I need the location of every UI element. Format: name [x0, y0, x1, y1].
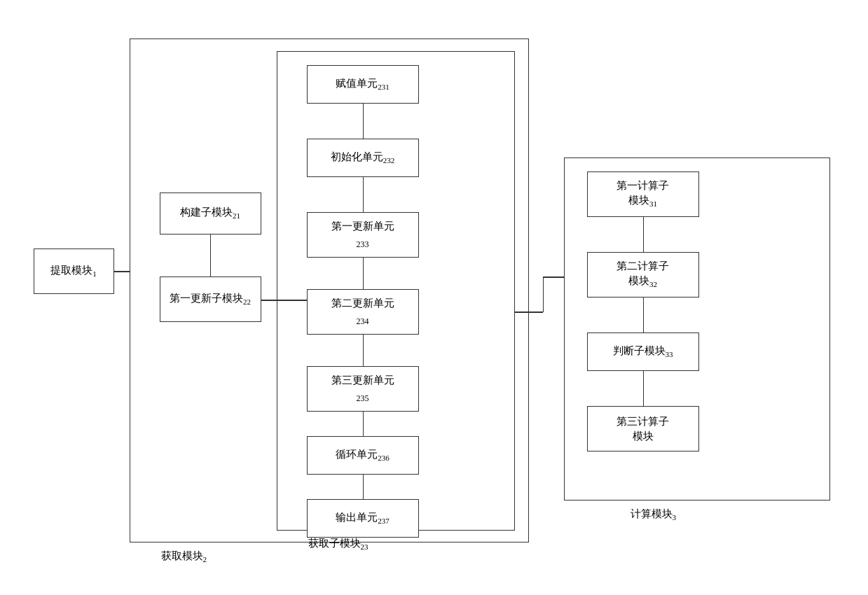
line-build-to-firstupdate-v — [210, 234, 212, 276]
loop-unit-label: 循环单元236 — [336, 447, 390, 463]
line-thirdupdate-to-loop — [363, 412, 364, 436]
line-extract-to-acquire — [114, 271, 130, 272]
assign-unit-label: 赋值单元231 — [336, 76, 390, 92]
output-unit-label: 输出单元237 — [336, 510, 390, 526]
loop-unit-box: 循环单元236 — [307, 436, 419, 475]
first-update-submodule-box: 第一更新子模块22 — [160, 276, 261, 322]
acquire-module-caption: 获取模块2 — [161, 550, 207, 564]
line-acqsub-to-calc-h2 — [543, 276, 564, 278]
third-calc-submodule-box: 第三计算子模块 — [587, 406, 699, 451]
extract-module-box: 提取模块1 — [34, 248, 114, 294]
assign-unit-box: 赋值单元231 — [307, 65, 419, 104]
line-firstupdate-to-secondupdate — [363, 258, 364, 289]
build-submodule-box: 构建子模块21 — [160, 192, 261, 234]
first-update-unit-label: 第一更新单元233 — [331, 219, 394, 251]
init-unit-label: 初始化单元232 — [331, 150, 395, 166]
diagram-inner: 提取模块1 获取模块2 构建子模块21 第一更新子模块22 获取子模块23 赋值… — [21, 18, 848, 578]
judge-submodule-label: 判断子模块33 — [613, 344, 673, 360]
line-firstupdate-to-acqsub — [261, 300, 307, 301]
extract-module-label: 提取模块1 — [50, 263, 97, 279]
build-submodule-label: 构建子模块21 — [180, 205, 240, 221]
line-acqsub-to-calc-h1 — [515, 312, 543, 313]
line-acqsub-to-calc-v — [543, 276, 544, 312]
init-unit-box: 初始化单元232 — [307, 139, 419, 177]
first-update-submodule-label: 第一更新子模块22 — [170, 291, 251, 307]
acquire-submodule-caption: 获取子模块23 — [308, 537, 368, 551]
third-update-unit-label: 第三更新单元235 — [331, 373, 394, 405]
line-judge-to-thirdcalc — [643, 371, 645, 406]
calc-module-caption: 计算模块3 — [631, 507, 677, 522]
line-firstcalc-to-secondcalc — [643, 217, 645, 252]
third-update-unit-box: 第三更新单元235 — [307, 366, 419, 412]
third-calc-submodule-label: 第三计算子模块 — [616, 414, 669, 444]
second-calc-submodule-label: 第二计算子模块32 — [616, 259, 669, 290]
line-assign-to-init — [363, 104, 364, 139]
line-secondupdate-to-thirdupdate — [363, 335, 364, 366]
second-update-unit-label: 第二更新单元234 — [331, 296, 394, 328]
diagram-container: 提取模块1 获取模块2 构建子模块21 第一更新子模块22 获取子模块23 赋值… — [0, 0, 868, 595]
second-update-unit-box: 第二更新单元234 — [307, 289, 419, 335]
line-secondcalc-to-judge — [643, 298, 645, 332]
judge-submodule-box: 判断子模块33 — [587, 332, 699, 371]
first-update-unit-box: 第一更新单元233 — [307, 212, 419, 258]
line-loop-to-output — [363, 475, 364, 499]
second-calc-submodule-box: 第二计算子模块32 — [587, 252, 699, 298]
first-calc-submodule-box: 第一计算子模块31 — [587, 172, 699, 217]
output-unit-box: 输出单元237 — [307, 499, 419, 538]
line-init-to-firstupdate — [363, 177, 364, 212]
first-calc-submodule-label: 第一计算子模块31 — [616, 178, 669, 209]
